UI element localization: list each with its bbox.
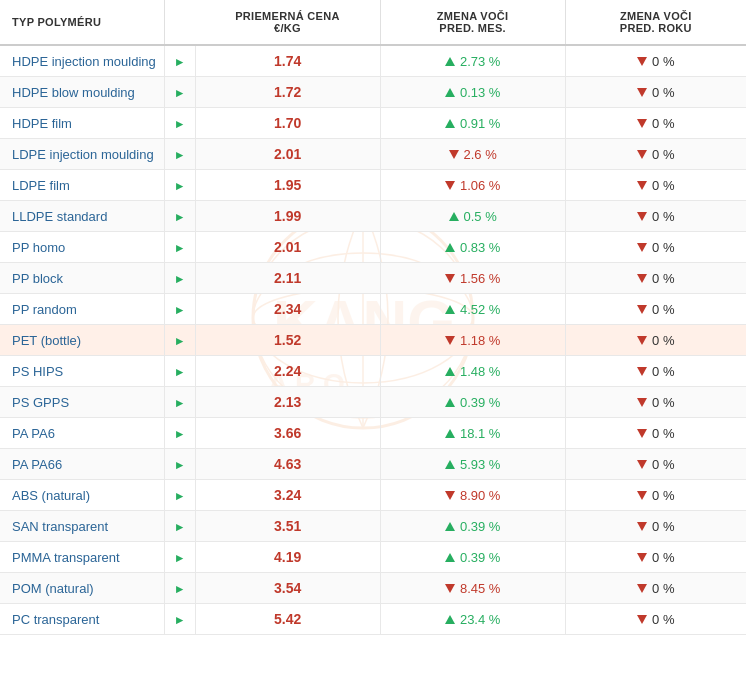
- table-row: PS HIPS►2.241.48 %0 %: [0, 356, 746, 387]
- row-detail-arrow[interactable]: ►: [164, 449, 195, 480]
- down-arrow-icon: [637, 88, 647, 97]
- avg-price: 2.34: [195, 294, 380, 325]
- change-prev-month: 8.90 %: [380, 480, 565, 511]
- change-prev-month: 23.4 %: [380, 604, 565, 635]
- avg-price: 2.01: [195, 232, 380, 263]
- change-prev-month: 0.83 %: [380, 232, 565, 263]
- row-detail-arrow[interactable]: ►: [164, 418, 195, 449]
- polymer-name-link[interactable]: PS HIPS: [12, 364, 63, 379]
- chevron-right-icon: ►: [174, 334, 186, 348]
- row-detail-arrow[interactable]: ►: [164, 108, 195, 139]
- change-prev-year: 0 %: [565, 232, 746, 263]
- polymer-name[interactable]: POM (natural): [0, 573, 164, 604]
- row-detail-arrow[interactable]: ►: [164, 294, 195, 325]
- avg-price: 2.24: [195, 356, 380, 387]
- polymer-name-link[interactable]: LDPE film: [12, 178, 70, 193]
- row-detail-arrow[interactable]: ►: [164, 45, 195, 77]
- polymer-name[interactable]: SAN transparent: [0, 511, 164, 542]
- polymer-name-link[interactable]: HDPE blow moulding: [12, 85, 135, 100]
- change-year-value: 0 %: [652, 457, 674, 472]
- change-prev-value: 18.1 %: [460, 426, 500, 441]
- polymer-name[interactable]: PMMA transparent: [0, 542, 164, 573]
- polymer-name-link[interactable]: PA PA66: [12, 457, 62, 472]
- polymer-name[interactable]: HDPE film: [0, 108, 164, 139]
- polymer-name-link[interactable]: POM (natural): [12, 581, 94, 596]
- chevron-right-icon: ►: [174, 117, 186, 131]
- polymer-price-table: TYP POLYMÉRU PRIEMERNÁ CENA€/KG ZMENA VO…: [0, 0, 746, 635]
- polymer-name-link[interactable]: PC transparent: [12, 612, 99, 627]
- polymer-name-link[interactable]: HDPE injection moulding: [12, 54, 156, 69]
- table-row: SAN transparent►3.510.39 %0 %: [0, 511, 746, 542]
- row-detail-arrow[interactable]: ►: [164, 356, 195, 387]
- row-detail-arrow[interactable]: ►: [164, 387, 195, 418]
- row-detail-arrow[interactable]: ►: [164, 511, 195, 542]
- change-prev-value: 0.39 %: [460, 550, 500, 565]
- polymer-name[interactable]: HDPE injection moulding: [0, 45, 164, 77]
- table-row: PS GPPS►2.130.39 %0 %: [0, 387, 746, 418]
- table-row: PC transparent►5.4223.4 %0 %: [0, 604, 746, 635]
- polymer-name[interactable]: HDPE blow moulding: [0, 77, 164, 108]
- chevron-right-icon: ►: [174, 86, 186, 100]
- polymer-name[interactable]: PC transparent: [0, 604, 164, 635]
- row-detail-arrow[interactable]: ►: [164, 263, 195, 294]
- row-detail-arrow[interactable]: ►: [164, 170, 195, 201]
- change-year-value: 0 %: [652, 302, 674, 317]
- polymer-name-link[interactable]: ABS (natural): [12, 488, 90, 503]
- row-detail-arrow[interactable]: ►: [164, 604, 195, 635]
- row-detail-arrow[interactable]: ►: [164, 573, 195, 604]
- down-arrow-icon: [637, 57, 647, 66]
- row-detail-arrow[interactable]: ►: [164, 139, 195, 170]
- down-arrow-icon: [637, 150, 647, 159]
- polymer-name-link[interactable]: LDPE injection moulding: [12, 147, 154, 162]
- avg-price: 5.42: [195, 604, 380, 635]
- table-header-row: TYP POLYMÉRU PRIEMERNÁ CENA€/KG ZMENA VO…: [0, 0, 746, 45]
- change-prev-month: 0.39 %: [380, 542, 565, 573]
- up-arrow-icon: [449, 212, 459, 221]
- polymer-name-link[interactable]: HDPE film: [12, 116, 72, 131]
- change-prev-value: 8.90 %: [460, 488, 500, 503]
- polymer-name-link[interactable]: PP homo: [12, 240, 65, 255]
- polymer-name[interactable]: PET (bottle): [0, 325, 164, 356]
- polymer-name[interactable]: PP random: [0, 294, 164, 325]
- change-prev-value: 1.06 %: [460, 178, 500, 193]
- polymer-name-link[interactable]: PP block: [12, 271, 63, 286]
- polymer-name[interactable]: LLDPE standard: [0, 201, 164, 232]
- change-prev-year: 0 %: [565, 170, 746, 201]
- change-year-value: 0 %: [652, 209, 674, 224]
- chevron-right-icon: ►: [174, 241, 186, 255]
- row-detail-arrow[interactable]: ►: [164, 480, 195, 511]
- row-detail-arrow[interactable]: ►: [164, 325, 195, 356]
- row-detail-arrow[interactable]: ►: [164, 232, 195, 263]
- change-prev-year: 0 %: [565, 201, 746, 232]
- avg-price: 1.95: [195, 170, 380, 201]
- row-detail-arrow[interactable]: ►: [164, 201, 195, 232]
- polymer-name[interactable]: PS HIPS: [0, 356, 164, 387]
- polymer-name[interactable]: PA PA66: [0, 449, 164, 480]
- polymer-name[interactable]: PP homo: [0, 232, 164, 263]
- polymer-name[interactable]: PS GPPS: [0, 387, 164, 418]
- table-row: LDPE injection moulding►2.012.6 %0 %: [0, 139, 746, 170]
- polymer-name[interactable]: ABS (natural): [0, 480, 164, 511]
- down-arrow-icon: [445, 274, 455, 283]
- polymer-name-link[interactable]: LLDPE standard: [12, 209, 107, 224]
- polymer-name[interactable]: PA PA6: [0, 418, 164, 449]
- polymer-name-link[interactable]: PP random: [12, 302, 77, 317]
- polymer-name[interactable]: PP block: [0, 263, 164, 294]
- change-prev-year: 0 %: [565, 418, 746, 449]
- avg-price: 4.19: [195, 542, 380, 573]
- chevron-right-icon: ►: [174, 365, 186, 379]
- change-prev-year: 0 %: [565, 45, 746, 77]
- polymer-name-link[interactable]: PMMA transparent: [12, 550, 120, 565]
- change-year-value: 0 %: [652, 426, 674, 441]
- row-detail-arrow[interactable]: ►: [164, 77, 195, 108]
- change-prev-year: 0 %: [565, 263, 746, 294]
- polymer-name-link[interactable]: SAN transparent: [12, 519, 108, 534]
- row-detail-arrow[interactable]: ►: [164, 542, 195, 573]
- polymer-name-link[interactable]: PET (bottle): [12, 333, 81, 348]
- chevron-right-icon: ►: [174, 458, 186, 472]
- polymer-name-link[interactable]: PS GPPS: [12, 395, 69, 410]
- polymer-name[interactable]: LDPE film: [0, 170, 164, 201]
- polymer-name[interactable]: LDPE injection moulding: [0, 139, 164, 170]
- polymer-name-link[interactable]: PA PA6: [12, 426, 55, 441]
- change-prev-month: 0.5 %: [380, 201, 565, 232]
